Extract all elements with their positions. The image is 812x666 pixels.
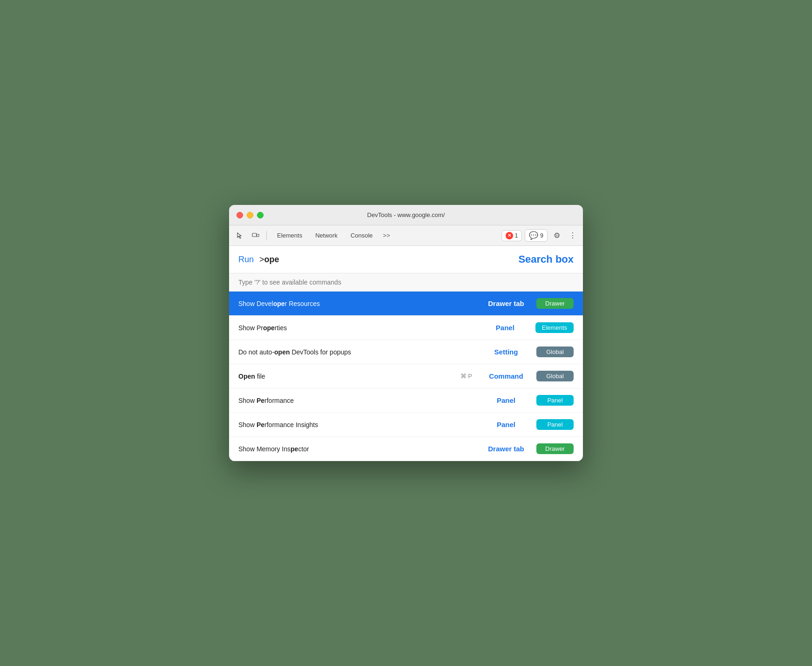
result-name: Show Performance Insights: [238, 421, 476, 428]
result-row[interactable]: Do not auto-open DevTools for popupsSett…: [229, 340, 583, 364]
result-row[interactable]: Open file⌘ PCommandGlobal: [229, 364, 583, 388]
result-type: Drawer tab: [476, 299, 536, 307]
settings-button[interactable]: ⚙: [550, 229, 563, 242]
svg-rect-0: [252, 233, 257, 237]
svg-rect-1: [257, 234, 259, 237]
inspect-element-button[interactable]: [233, 229, 247, 242]
result-badge: Panel: [536, 419, 574, 430]
result-type: Panel: [476, 396, 536, 404]
result-name: Show Properties: [238, 324, 475, 332]
toolbar-right: ✕ 1 💬 9 ⚙ ⋮: [501, 229, 579, 242]
minimize-button[interactable]: [247, 212, 253, 218]
command-query: >ope: [259, 255, 279, 265]
traffic-lights: [237, 212, 264, 218]
result-type: Setting: [476, 348, 536, 356]
console-count: 9: [540, 232, 543, 239]
result-shortcut: ⌘ P: [460, 373, 472, 380]
result-row[interactable]: Show Developer ResourcesDrawer tabDrawer: [229, 292, 583, 316]
result-badge: Global: [536, 371, 574, 381]
result-row[interactable]: Show Memory InspectorDrawer tabDrawer: [229, 437, 583, 461]
more-tabs-button[interactable]: >>: [379, 230, 394, 241]
result-name: Do not auto-open DevTools for popups: [238, 348, 476, 356]
result-row[interactable]: Show Performance InsightsPanelPanel: [229, 413, 583, 437]
close-button[interactable]: [237, 212, 243, 218]
toolbar-tabs: Elements Network Console >>: [271, 229, 500, 242]
result-name: Open file: [238, 373, 457, 380]
tab-elements[interactable]: Elements: [271, 229, 309, 242]
result-type: Drawer tab: [476, 445, 536, 453]
result-name: Show Developer Resources: [238, 300, 476, 307]
error-icon: ✕: [506, 232, 513, 239]
error-count: 1: [515, 232, 518, 239]
result-badge: Drawer: [536, 298, 574, 309]
result-badge: Global: [536, 347, 574, 357]
tab-network[interactable]: Network: [309, 229, 344, 242]
result-row[interactable]: Show PropertiesPanelElements: [229, 316, 583, 340]
error-badge-button[interactable]: ✕ 1: [501, 230, 522, 241]
result-badge: Drawer: [536, 443, 574, 454]
search-input[interactable]: [238, 279, 574, 286]
search-box-label: Search box: [518, 253, 574, 265]
toolbar-divider-1: [266, 231, 267, 240]
console-messages-button[interactable]: 💬 9: [525, 229, 548, 242]
command-palette-header: Run >ope Search box: [229, 246, 583, 273]
devtools-window: DevTools - www.google.com/ Elements Netw…: [229, 205, 583, 461]
console-icon: 💬: [529, 231, 538, 240]
device-icon: [252, 232, 259, 239]
run-label[interactable]: Run: [238, 255, 254, 265]
result-type: Command: [476, 372, 536, 380]
result-row[interactable]: Show PerformancePanelPanel: [229, 388, 583, 413]
toolbar: Elements Network Console >> ✕ 1 💬 9 ⚙ ⋮: [229, 225, 583, 246]
result-name: Show Performance: [238, 397, 476, 404]
kebab-menu-button[interactable]: ⋮: [566, 229, 579, 242]
window-title: DevTools - www.google.com/: [367, 211, 445, 218]
result-name: Show Memory Inspector: [238, 445, 476, 453]
search-bar: [229, 273, 583, 292]
device-toggle-button[interactable]: [249, 229, 263, 242]
result-type: Panel: [475, 324, 535, 332]
result-badge: Panel: [536, 395, 574, 406]
query-bold-text: ope: [264, 255, 279, 264]
title-bar: DevTools - www.google.com/: [229, 205, 583, 225]
result-type: Panel: [476, 421, 536, 428]
results-list: Show Developer ResourcesDrawer tabDrawer…: [229, 292, 583, 461]
tab-console[interactable]: Console: [344, 229, 379, 242]
maximize-button[interactable]: [257, 212, 264, 218]
result-badge: Elements: [535, 322, 574, 333]
cursor-icon: [236, 232, 244, 239]
